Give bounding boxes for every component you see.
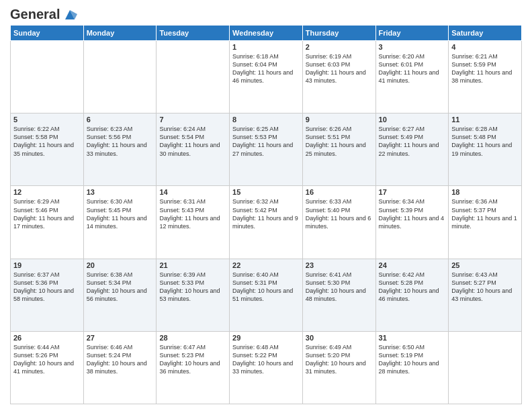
calendar-cell: 6 Sunrise: 6:23 AM Sunset: 5:56 PM Dayli… [83, 113, 157, 186]
cell-info: Sunrise: 6:22 AM Sunset: 5:58 PM Dayligh… [13, 125, 81, 158]
calendar-cell: 23 Sunrise: 6:41 AM Sunset: 5:30 PM Dayl… [302, 259, 375, 331]
daylight-text: Daylight: 11 hours and 1 minute. [451, 214, 519, 230]
day-number: 4 [451, 43, 519, 51]
calendar-cell: 28 Sunrise: 6:47 AM Sunset: 5:23 PM Dayl… [157, 331, 230, 404]
calendar-cell [11, 41, 84, 113]
daylight-text: Daylight: 10 hours and 56 minutes. [87, 287, 154, 303]
calendar-cell: 19 Sunrise: 6:37 AM Sunset: 5:36 PM Dayl… [11, 259, 84, 331]
calendar-cell: 18 Sunrise: 6:36 AM Sunset: 5:37 PM Dayl… [449, 186, 522, 259]
day-number: 13 [87, 188, 154, 196]
daylight-text: Daylight: 10 hours and 33 minutes. [232, 359, 300, 375]
calendar-cell: 8 Sunrise: 6:25 AM Sunset: 5:53 PM Dayli… [230, 113, 303, 186]
day-number: 31 [379, 334, 446, 342]
weekday-header-saturday: Saturday [449, 26, 522, 41]
week-row-4: 19 Sunrise: 6:37 AM Sunset: 5:36 PM Dayl… [11, 259, 522, 331]
sunset-text: Sunset: 5:26 PM [13, 351, 81, 359]
sunrise-text: Sunrise: 6:50 AM [379, 343, 446, 351]
logo-icon [62, 7, 77, 22]
sunrise-text: Sunrise: 6:48 AM [232, 343, 300, 351]
sunrise-text: Sunrise: 6:28 AM [451, 125, 519, 133]
day-number: 26 [13, 334, 81, 342]
calendar-cell: 27 Sunrise: 6:46 AM Sunset: 5:24 PM Dayl… [83, 331, 157, 404]
day-number: 5 [13, 116, 81, 124]
daylight-text: Daylight: 11 hours and 22 minutes. [379, 141, 446, 157]
day-number: 14 [159, 188, 226, 196]
sunset-text: Sunset: 5:58 PM [13, 133, 81, 141]
sunset-text: Sunset: 5:30 PM [306, 279, 373, 287]
day-number: 9 [306, 116, 373, 124]
calendar-cell: 9 Sunrise: 6:26 AM Sunset: 5:51 PM Dayli… [302, 113, 375, 186]
calendar-cell: 17 Sunrise: 6:34 AM Sunset: 5:39 PM Dayl… [375, 186, 449, 259]
daylight-text: Daylight: 11 hours and 19 minutes. [451, 141, 519, 157]
day-number: 2 [306, 43, 373, 51]
day-number: 29 [232, 334, 300, 342]
day-number: 16 [306, 188, 373, 196]
cell-info: Sunrise: 6:42 AM Sunset: 5:28 PM Dayligh… [379, 271, 446, 304]
cell-info: Sunrise: 6:46 AM Sunset: 5:24 PM Dayligh… [87, 343, 154, 376]
sunset-text: Sunset: 5:45 PM [87, 206, 154, 214]
daylight-text: Daylight: 11 hours and 6 minutes. [306, 214, 373, 230]
calendar-cell [83, 41, 157, 113]
cell-info: Sunrise: 6:20 AM Sunset: 6:01 PM Dayligh… [379, 52, 446, 85]
daylight-text: Daylight: 11 hours and 43 minutes. [306, 68, 373, 85]
sunset-text: Sunset: 5:20 PM [306, 351, 373, 359]
sunrise-text: Sunrise: 6:33 AM [306, 197, 373, 205]
cell-info: Sunrise: 6:43 AM Sunset: 5:27 PM Dayligh… [451, 271, 519, 304]
day-number: 20 [87, 261, 154, 269]
day-number: 23 [306, 261, 373, 269]
calendar-cell: 29 Sunrise: 6:48 AM Sunset: 5:22 PM Dayl… [230, 331, 303, 404]
sunset-text: Sunset: 5:22 PM [232, 351, 300, 359]
day-number: 7 [159, 116, 226, 124]
sunset-text: Sunset: 5:59 PM [451, 60, 519, 68]
sunrise-text: Sunrise: 6:49 AM [306, 343, 373, 351]
sunrise-text: Sunrise: 6:47 AM [159, 343, 226, 351]
calendar-cell: 12 Sunrise: 6:29 AM Sunset: 5:46 PM Dayl… [11, 186, 84, 259]
logo: General [10, 7, 77, 19]
sunset-text: Sunset: 5:34 PM [87, 279, 154, 287]
sunrise-text: Sunrise: 6:27 AM [379, 125, 446, 133]
sunrise-text: Sunrise: 6:30 AM [87, 197, 154, 205]
calendar-cell [449, 331, 522, 404]
cell-info: Sunrise: 6:32 AM Sunset: 5:42 PM Dayligh… [232, 197, 300, 230]
weekday-header-monday: Monday [83, 26, 157, 41]
day-number: 3 [379, 43, 446, 51]
sunrise-text: Sunrise: 6:22 AM [13, 125, 81, 133]
cell-info: Sunrise: 6:30 AM Sunset: 5:45 PM Dayligh… [87, 197, 154, 230]
daylight-text: Daylight: 10 hours and 36 minutes. [159, 359, 226, 375]
weekday-header-thursday: Thursday [302, 26, 375, 41]
day-number: 28 [159, 334, 226, 342]
sunset-text: Sunset: 5:24 PM [87, 351, 154, 359]
sunrise-text: Sunrise: 6:31 AM [159, 197, 226, 205]
daylight-text: Daylight: 11 hours and 38 minutes. [451, 68, 519, 85]
day-number: 30 [306, 334, 373, 342]
calendar-cell: 7 Sunrise: 6:24 AM Sunset: 5:54 PM Dayli… [157, 113, 230, 186]
calendar-cell: 25 Sunrise: 6:43 AM Sunset: 5:27 PM Dayl… [449, 259, 522, 331]
sunset-text: Sunset: 5:42 PM [232, 206, 300, 214]
sunrise-text: Sunrise: 6:24 AM [159, 125, 226, 133]
day-number: 25 [451, 261, 519, 269]
calendar-cell: 16 Sunrise: 6:33 AM Sunset: 5:40 PM Dayl… [302, 186, 375, 259]
daylight-text: Daylight: 10 hours and 31 minutes. [306, 359, 373, 375]
weekday-header-tuesday: Tuesday [157, 26, 230, 41]
day-number: 1 [232, 43, 300, 51]
cell-info: Sunrise: 6:18 AM Sunset: 6:04 PM Dayligh… [232, 52, 300, 85]
day-number: 17 [379, 188, 446, 196]
cell-info: Sunrise: 6:24 AM Sunset: 5:54 PM Dayligh… [159, 125, 226, 158]
sunrise-text: Sunrise: 6:29 AM [13, 197, 81, 205]
cell-info: Sunrise: 6:26 AM Sunset: 5:51 PM Dayligh… [306, 125, 373, 158]
calendar-cell: 26 Sunrise: 6:44 AM Sunset: 5:26 PM Dayl… [11, 331, 84, 404]
cell-info: Sunrise: 6:27 AM Sunset: 5:49 PM Dayligh… [379, 125, 446, 158]
weekday-header-friday: Friday [375, 26, 449, 41]
cell-info: Sunrise: 6:28 AM Sunset: 5:48 PM Dayligh… [451, 125, 519, 158]
sunrise-text: Sunrise: 6:25 AM [232, 125, 300, 133]
day-number: 22 [232, 261, 300, 269]
sunset-text: Sunset: 5:31 PM [232, 279, 300, 287]
daylight-text: Daylight: 11 hours and 9 minutes. [232, 214, 300, 230]
weekday-header-sunday: Sunday [11, 26, 84, 41]
cell-info: Sunrise: 6:39 AM Sunset: 5:33 PM Dayligh… [159, 271, 226, 304]
day-number: 27 [87, 334, 154, 342]
weekday-header-wednesday: Wednesday [230, 26, 303, 41]
calendar-cell: 13 Sunrise: 6:30 AM Sunset: 5:45 PM Dayl… [83, 186, 157, 259]
week-row-1: 1 Sunrise: 6:18 AM Sunset: 6:04 PM Dayli… [11, 41, 522, 113]
sunrise-text: Sunrise: 6:21 AM [451, 52, 519, 60]
